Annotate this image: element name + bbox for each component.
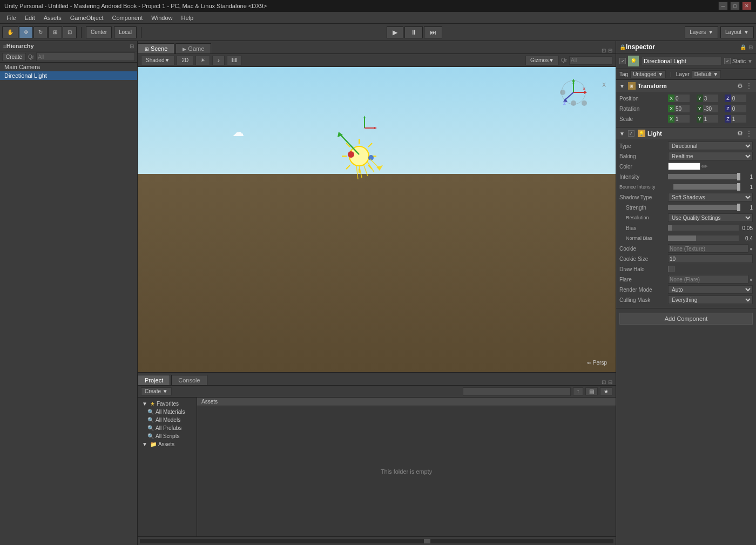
rotate-tool-button[interactable]: ↻ <box>33 26 48 38</box>
menu-edit[interactable]: Edit <box>21 14 39 22</box>
folder-up-button[interactable]: ↑ <box>573 387 583 395</box>
all-materials-item[interactable]: 🔍 All Materials <box>138 408 197 416</box>
menu-component[interactable]: Component <box>107 14 147 22</box>
hierarchy-item-directional-light[interactable]: Directional Light <box>0 71 137 80</box>
hierarchy-create-button[interactable]: Create <box>2 53 26 61</box>
draw-halo-checkbox[interactable] <box>668 266 674 272</box>
cookie-size-field[interactable] <box>668 254 753 263</box>
scene-toolbar: Shaded ▼ 2D ☀ ♪ 🎞 Gizmos ▼ Qr <box>138 54 616 67</box>
gizmos-dropdown[interactable]: Gizmos ▼ <box>525 56 559 65</box>
static-checkbox[interactable]: ✓ <box>724 58 731 64</box>
project-maximize[interactable]: ⊡ <box>602 379 606 385</box>
scene-maximize[interactable]: ⊡ <box>602 48 606 53</box>
2d-button[interactable]: 2D <box>177 56 193 65</box>
play-button[interactable]: ▶ <box>387 26 403 38</box>
folder-filter-button[interactable]: ▤ <box>585 387 598 395</box>
scale-z-field[interactable] <box>731 115 746 123</box>
inspector-lock[interactable]: 🔒 <box>740 44 746 50</box>
cookie-field[interactable]: None (Texture) <box>668 244 748 253</box>
maximize-button[interactable]: □ <box>730 2 740 10</box>
normal-bias-slider[interactable] <box>668 236 739 241</box>
object-active-checkbox[interactable]: ✓ <box>619 58 626 64</box>
scene-options[interactable]: ⊟ <box>608 48 612 53</box>
layers-dropdown[interactable]: Layers ▼ <box>685 26 718 38</box>
type-dropdown[interactable]: Directional <box>668 142 753 150</box>
menu-file[interactable]: File <box>2 14 21 22</box>
object-name-field[interactable] <box>641 57 722 65</box>
project-options[interactable]: ⊟ <box>608 379 612 385</box>
flare-field[interactable]: None (Flare) <box>668 275 748 284</box>
rotation-y-field[interactable] <box>703 105 718 112</box>
layout-dropdown[interactable]: Layout ▼ <box>720 26 754 38</box>
scrollbar-thumb[interactable] <box>424 539 430 543</box>
scale-x-field[interactable] <box>674 115 690 123</box>
intensity-slider[interactable] <box>668 174 739 179</box>
add-component-button[interactable]: Add Component <box>619 313 753 325</box>
menu-help[interactable]: Help <box>177 14 198 22</box>
light-options[interactable]: ⋮ <box>745 129 753 138</box>
inspector-options[interactable]: ⊟ <box>748 44 753 50</box>
tag-dropdown[interactable]: Untagged ▼ <box>630 70 666 78</box>
favorites-item[interactable]: ▼ ★ Favorites <box>138 400 197 408</box>
lighting-button[interactable]: ☀ <box>195 56 210 65</box>
shadow-type-dropdown[interactable]: Soft Shadows <box>668 193 753 201</box>
hierarchy-search[interactable] <box>36 52 135 61</box>
transform-options[interactable]: ⋮ <box>745 82 753 90</box>
all-prefabs-item[interactable]: 🔍 All Prefabs <box>138 424 197 432</box>
light-header[interactable]: ▼ ✓ 💡 Light ⚙ ⋮ <box>616 127 756 139</box>
menu-gameobject[interactable]: GameObject <box>66 14 108 22</box>
hierarchy-item-camera[interactable]: Main Camera <box>0 63 137 71</box>
color-swatch[interactable] <box>668 163 700 170</box>
assets-folder-item[interactable]: ▼ 📁 Assets <box>138 440 197 448</box>
game-tab[interactable]: ▶ Game <box>176 43 211 53</box>
scale-tool-button[interactable]: ⊞ <box>48 26 62 38</box>
shading-dropdown[interactable]: Shaded ▼ <box>141 56 174 65</box>
menu-assets[interactable]: Assets <box>39 14 66 22</box>
position-z-field[interactable] <box>731 95 746 102</box>
scene-search[interactable] <box>569 56 612 65</box>
render-mode-dropdown[interactable]: Auto <box>668 285 753 294</box>
baking-dropdown[interactable]: Realtime <box>668 152 753 160</box>
project-search[interactable] <box>463 387 571 396</box>
menu-window[interactable]: Window <box>147 14 177 22</box>
audio-button[interactable]: ♪ <box>212 56 225 65</box>
static-dropdown[interactable]: ▼ <box>747 58 753 64</box>
center-button[interactable]: Center <box>86 26 112 38</box>
transform-settings-button[interactable]: ⚙ <box>737 82 743 90</box>
light-settings-button[interactable]: ⚙ <box>737 130 743 137</box>
move-tool-button[interactable]: ✥ <box>19 26 33 38</box>
scene-viewport[interactable]: Y X Z X <box>138 67 616 372</box>
cookie-dot[interactable]: ● <box>750 246 753 252</box>
hand-tool-button[interactable]: ✋ <box>2 26 18 38</box>
bias-slider[interactable] <box>668 225 739 231</box>
project-create-button[interactable]: Create ▼ <box>141 387 172 395</box>
transform-header[interactable]: ▼ ⊞ Transform ⚙ ⋮ <box>616 80 756 92</box>
position-x-field[interactable] <box>674 95 690 102</box>
step-button[interactable]: ⏭ <box>424 26 442 38</box>
flare-dot[interactable]: ● <box>750 277 753 282</box>
bounce-slider[interactable] <box>673 184 739 190</box>
color-picker-icon[interactable]: ✏ <box>701 162 708 171</box>
pause-button[interactable]: ⏸ <box>404 26 423 38</box>
close-button[interactable]: ✕ <box>742 2 752 10</box>
project-tab[interactable]: Project <box>138 375 170 385</box>
all-scripts-item[interactable]: 🔍 All Scripts <box>138 432 197 440</box>
rotation-z-field[interactable] <box>731 105 746 112</box>
layer-dropdown[interactable]: Default ▼ <box>692 70 721 78</box>
effects-button[interactable]: 🎞 <box>227 56 242 65</box>
folder-star-button[interactable]: ★ <box>600 387 612 395</box>
minimize-button[interactable]: ─ <box>718 2 728 10</box>
local-button[interactable]: Local <box>114 26 137 38</box>
strength-slider[interactable] <box>668 205 739 210</box>
culling-mask-dropdown[interactable]: Everything <box>668 295 753 304</box>
all-models-item[interactable]: 🔍 All Models <box>138 416 197 424</box>
console-tab[interactable]: Console <box>171 375 207 385</box>
scene-tab[interactable]: ⊞ Scene <box>138 43 174 53</box>
position-y-field[interactable] <box>703 95 718 102</box>
resolution-dropdown[interactable]: Use Quality Settings <box>668 213 753 222</box>
scale-y-field[interactable] <box>703 115 718 123</box>
cloud: ☁ <box>232 125 244 139</box>
light-enabled-checkbox[interactable]: ✓ <box>628 130 634 137</box>
rect-tool-button[interactable]: ⊡ <box>63 26 77 38</box>
rotation-x-field[interactable] <box>674 105 690 112</box>
